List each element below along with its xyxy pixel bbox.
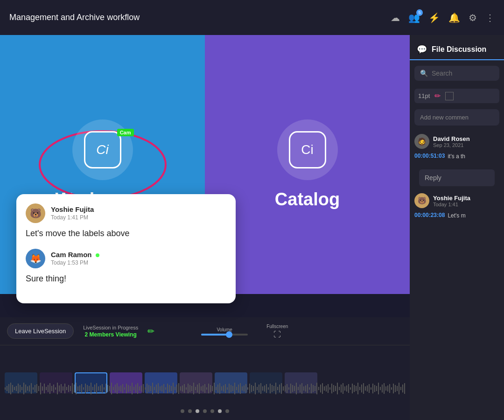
svg-rect-52 (94, 385, 95, 392)
svg-rect-75 (137, 383, 138, 394)
svg-rect-13 (21, 387, 22, 390)
svg-rect-156 (288, 387, 289, 390)
svg-rect-9 (14, 387, 15, 390)
svg-rect-105 (193, 383, 194, 394)
svg-rect-146 (270, 384, 271, 393)
comment-author-cam: Cam Ramon (51, 251, 99, 259)
svg-rect-41 (74, 385, 75, 392)
svg-rect-183 (339, 387, 340, 390)
svg-rect-190 (352, 384, 353, 393)
svg-rect-172 (318, 387, 319, 390)
new-comment-box[interactable]: Add new commen (414, 109, 499, 126)
svg-rect-123 (227, 387, 228, 390)
dot-6[interactable] (218, 409, 222, 413)
svg-rect-188 (348, 384, 349, 393)
svg-rect-110 (203, 385, 203, 392)
svg-rect-203 (376, 386, 377, 391)
svg-rect-11 (18, 384, 19, 393)
svg-rect-149 (275, 383, 276, 394)
svg-rect-215 (399, 383, 399, 394)
chat-icon: 💬 (417, 44, 427, 55)
svg-rect-208 (385, 386, 386, 391)
svg-rect-158 (292, 385, 293, 392)
svg-rect-171 (316, 383, 317, 394)
settings-icon[interactable]: ⚙ (469, 12, 477, 23)
comment-author-yoshie: Yoshie Fujita (51, 205, 94, 213)
pencil-tool-icon[interactable]: ✏ (434, 91, 441, 100)
svg-rect-126 (232, 386, 233, 391)
svg-rect-85 (156, 385, 157, 392)
svg-rect-169 (313, 385, 314, 392)
svg-rect-101 (186, 387, 187, 390)
svg-rect-164 (303, 386, 304, 391)
svg-rect-136 (251, 385, 252, 392)
svg-rect-50 (91, 383, 91, 394)
comment-meta-yoshie: Yoshie Fujita Today 1:41 PM (51, 205, 94, 221)
svg-rect-160 (296, 383, 297, 394)
svg-rect-57 (104, 387, 105, 390)
svg-rect-36 (64, 384, 65, 393)
sidebar-meta-david: David Rosen Sep 23, 2021 (433, 135, 470, 148)
comment-entry-yoshie: 🐻 Yoshie Fujita Today 1:41 PM Let's move… (26, 203, 226, 239)
svg-rect-74 (135, 385, 136, 392)
lightning-icon[interactable]: ⚡ (428, 12, 440, 23)
svg-rect-216 (400, 387, 401, 390)
svg-rect-17 (29, 385, 30, 392)
bell-icon[interactable]: 🔔 (448, 12, 460, 23)
svg-rect-167 (309, 387, 310, 390)
volume-slider[interactable] (201, 334, 248, 336)
workspace-icon-inner: Ci Cam (84, 131, 121, 168)
svg-rect-64 (117, 383, 118, 394)
search-input[interactable] (432, 70, 494, 77)
dot-4[interactable] (203, 409, 207, 413)
sidebar-comment-david: 🧔 David Rosen Sep 23, 2021 00:00:51:03 i… (414, 134, 499, 160)
svg-rect-44 (79, 385, 80, 392)
leave-session-button[interactable]: Leave LiveSession (7, 323, 74, 339)
svg-rect-68 (124, 387, 125, 390)
svg-rect-130 (240, 383, 241, 394)
svg-rect-128 (236, 387, 237, 390)
svg-rect-176 (326, 385, 327, 392)
dot-7[interactable] (225, 409, 229, 413)
svg-rect-217 (402, 385, 403, 392)
dot-1[interactable] (181, 409, 184, 413)
dot-5[interactable] (210, 409, 214, 413)
svg-rect-204 (378, 383, 379, 394)
svg-rect-70 (128, 385, 129, 392)
svg-rect-115 (212, 386, 213, 391)
users-icon[interactable]: 👥 5 (408, 12, 420, 23)
svg-rect-16 (27, 386, 28, 391)
svg-rect-77 (141, 385, 142, 392)
svg-rect-4 (5, 387, 6, 390)
svg-rect-162 (300, 385, 301, 392)
avatar-cam: 🦊 (26, 249, 45, 268)
svg-rect-80 (147, 384, 147, 393)
sidebar-avatar-yoshie: 🐻 (414, 193, 429, 208)
font-tools: 11pt ✏ (414, 89, 499, 103)
svg-rect-102 (188, 384, 189, 393)
dot-3[interactable] (196, 409, 199, 413)
search-bar[interactable]: 🔍 (414, 66, 499, 81)
rect-tool-icon[interactable] (445, 92, 454, 100)
dot-2[interactable] (188, 409, 192, 413)
more-menu-icon[interactable]: ⋮ (485, 12, 495, 23)
svg-rect-195 (361, 385, 362, 392)
sidebar-comment-header-yoshie: 🐻 Yoshie Fujita Today 1:41 (414, 193, 499, 208)
svg-rect-104 (191, 386, 192, 391)
reply-button[interactable]: Reply (419, 169, 495, 186)
svg-rect-86 (158, 383, 159, 394)
sidebar-text-yoshie: Let's m (448, 212, 465, 219)
sidebar-meta-yoshie: Yoshie Fujita Today 1:41 (433, 195, 470, 207)
members-viewing: 2 Members Viewing (85, 331, 137, 338)
users-badge: 5 (416, 9, 423, 16)
svg-rect-199 (369, 384, 370, 393)
cloud-icon[interactable]: ☁ (391, 12, 400, 23)
top-bar: Management and Archive workflow ☁ 👥 5 ⚡ … (0, 0, 504, 35)
svg-rect-94 (173, 383, 174, 394)
fullscreen-icon[interactable]: ⛶ (273, 330, 281, 339)
svg-rect-182 (337, 383, 338, 394)
sidebar-timestamp-david: 00:00:51:03 (414, 153, 445, 159)
svg-rect-61 (111, 383, 112, 394)
svg-rect-141 (260, 383, 261, 394)
pencil-button[interactable]: ✏ (147, 326, 154, 336)
